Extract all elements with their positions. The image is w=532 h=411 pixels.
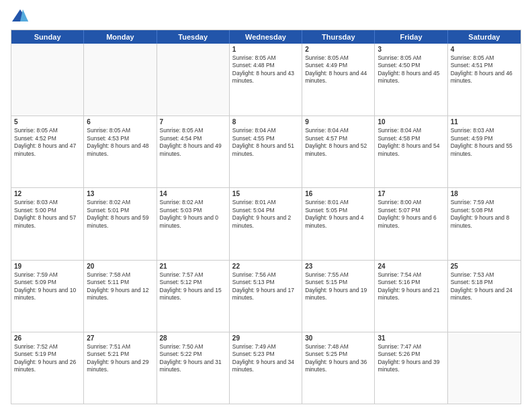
day-info: Sunrise: 8:05 AMSunset: 4:48 PMDaylight:…: [232, 54, 299, 85]
day-info: Sunrise: 8:05 AMSunset: 4:52 PMDaylight:…: [14, 127, 81, 158]
day-number: 9: [305, 118, 371, 126]
day-info: Sunrise: 7:59 AMSunset: 5:08 PMDaylight:…: [451, 199, 518, 230]
weekday-header: Thursday: [302, 30, 375, 44]
day-number: 1: [232, 46, 299, 53]
day-number: 19: [14, 263, 81, 270]
day-info: Sunrise: 7:47 AMSunset: 5:26 PMDaylight:…: [378, 343, 444, 374]
day-info: Sunrise: 7:54 AMSunset: 5:16 PMDaylight:…: [378, 271, 444, 302]
calendar-row: 12Sunrise: 8:03 AMSunset: 5:00 PMDayligh…: [11, 187, 521, 259]
calendar-cell: 20Sunrise: 7:58 AMSunset: 5:11 PMDayligh…: [84, 261, 157, 332]
day-info: Sunrise: 8:05 AMSunset: 4:51 PMDaylight:…: [451, 54, 518, 85]
weekday-header: Saturday: [448, 30, 521, 44]
day-number: 13: [87, 190, 153, 197]
day-info: Sunrise: 7:49 AMSunset: 5:23 PMDaylight:…: [232, 343, 299, 374]
day-number: 26: [14, 334, 81, 342]
day-info: Sunrise: 8:05 AMSunset: 4:49 PMDaylight:…: [305, 54, 371, 85]
day-info: Sunrise: 8:05 AMSunset: 4:50 PMDaylight:…: [378, 54, 444, 85]
calendar-cell: 5Sunrise: 8:05 AMSunset: 4:52 PMDaylight…: [11, 116, 84, 187]
calendar-body: 1Sunrise: 8:05 AMSunset: 4:48 PMDaylight…: [11, 44, 521, 404]
day-info: Sunrise: 7:57 AMSunset: 5:12 PMDaylight:…: [160, 271, 226, 302]
calendar-cell: 9Sunrise: 8:04 AMSunset: 4:57 PMDaylight…: [302, 116, 375, 187]
day-info: Sunrise: 8:01 AMSunset: 5:05 PMDaylight:…: [305, 199, 371, 230]
calendar-cell: 8Sunrise: 8:04 AMSunset: 4:55 PMDaylight…: [230, 116, 302, 187]
calendar-cell: 12Sunrise: 8:03 AMSunset: 5:00 PMDayligh…: [11, 188, 84, 259]
calendar-cell: 31Sunrise: 7:47 AMSunset: 5:26 PMDayligh…: [375, 332, 447, 404]
day-info: Sunrise: 7:58 AMSunset: 5:11 PMDaylight:…: [87, 271, 153, 302]
calendar-cell: 6Sunrise: 8:05 AMSunset: 4:53 PMDaylight…: [84, 116, 157, 187]
day-info: Sunrise: 7:50 AMSunset: 5:22 PMDaylight:…: [160, 343, 226, 374]
day-info: Sunrise: 8:03 AMSunset: 4:59 PMDaylight:…: [451, 127, 518, 158]
day-info: Sunrise: 8:01 AMSunset: 5:04 PMDaylight:…: [232, 199, 299, 230]
weekday-header: Friday: [375, 30, 447, 44]
day-number: 10: [378, 118, 444, 126]
logo: [11, 7, 32, 26]
calendar-cell: 30Sunrise: 7:48 AMSunset: 5:25 PMDayligh…: [302, 332, 375, 404]
day-number: 27: [87, 334, 153, 342]
calendar-cell: 11Sunrise: 8:03 AMSunset: 4:59 PMDayligh…: [448, 116, 521, 187]
day-number: 30: [305, 334, 371, 342]
day-info: Sunrise: 8:00 AMSunset: 5:07 PMDaylight:…: [378, 199, 444, 230]
day-number: 8: [232, 118, 299, 126]
calendar-cell: 29Sunrise: 7:49 AMSunset: 5:23 PMDayligh…: [230, 332, 302, 404]
day-number: 15: [232, 190, 299, 197]
calendar-cell: 2Sunrise: 8:05 AMSunset: 4:49 PMDaylight…: [302, 44, 375, 116]
day-number: 22: [232, 263, 299, 270]
day-number: 6: [87, 118, 153, 126]
calendar-row: 1Sunrise: 8:05 AMSunset: 4:48 PMDaylight…: [11, 44, 521, 116]
weekday-header: Sunday: [11, 30, 84, 44]
day-info: Sunrise: 8:05 AMSunset: 4:53 PMDaylight:…: [87, 127, 153, 158]
weekday-header: Tuesday: [157, 30, 230, 44]
calendar-cell: 28Sunrise: 7:50 AMSunset: 5:22 PMDayligh…: [157, 332, 230, 404]
calendar-cell: [11, 44, 84, 116]
day-number: 11: [451, 118, 518, 126]
calendar-cell: 16Sunrise: 8:01 AMSunset: 5:05 PMDayligh…: [302, 188, 375, 259]
day-number: 24: [378, 263, 444, 270]
day-info: Sunrise: 8:04 AMSunset: 4:58 PMDaylight:…: [378, 127, 444, 158]
header: [11, 7, 521, 26]
day-info: Sunrise: 7:53 AMSunset: 5:18 PMDaylight:…: [451, 271, 518, 302]
day-info: Sunrise: 7:55 AMSunset: 5:15 PMDaylight:…: [305, 271, 371, 302]
calendar-cell: 21Sunrise: 7:57 AMSunset: 5:12 PMDayligh…: [157, 261, 230, 332]
calendar-cell: 25Sunrise: 7:53 AMSunset: 5:18 PMDayligh…: [448, 261, 521, 332]
calendar-cell: 17Sunrise: 8:00 AMSunset: 5:07 PMDayligh…: [375, 188, 447, 259]
calendar-cell: 1Sunrise: 8:05 AMSunset: 4:48 PMDaylight…: [230, 44, 302, 116]
calendar-cell: [448, 332, 521, 404]
day-info: Sunrise: 8:04 AMSunset: 4:55 PMDaylight:…: [232, 127, 299, 158]
day-number: 7: [160, 118, 226, 126]
calendar-row: 26Sunrise: 7:52 AMSunset: 5:19 PMDayligh…: [11, 332, 521, 404]
calendar-cell: 7Sunrise: 8:05 AMSunset: 4:54 PMDaylight…: [157, 116, 230, 187]
day-info: Sunrise: 7:52 AMSunset: 5:19 PMDaylight:…: [14, 343, 81, 374]
page: SundayMondayTuesdayWednesdayThursdayFrid…: [0, 0, 532, 411]
day-info: Sunrise: 7:51 AMSunset: 5:21 PMDaylight:…: [87, 343, 153, 374]
day-number: 20: [87, 263, 153, 270]
day-info: Sunrise: 8:02 AMSunset: 5:01 PMDaylight:…: [87, 199, 153, 230]
day-number: 17: [378, 190, 444, 197]
calendar-cell: 22Sunrise: 7:56 AMSunset: 5:13 PMDayligh…: [230, 261, 302, 332]
day-number: 3: [378, 46, 444, 53]
day-number: 2: [305, 46, 371, 53]
day-number: 5: [14, 118, 81, 126]
day-info: Sunrise: 7:56 AMSunset: 5:13 PMDaylight:…: [232, 271, 299, 302]
day-number: 14: [160, 190, 226, 197]
calendar-cell: 13Sunrise: 8:02 AMSunset: 5:01 PMDayligh…: [84, 188, 157, 259]
calendar-cell: [157, 44, 230, 116]
day-info: Sunrise: 8:02 AMSunset: 5:03 PMDaylight:…: [160, 199, 226, 230]
day-info: Sunrise: 8:04 AMSunset: 4:57 PMDaylight:…: [305, 127, 371, 158]
calendar-cell: 19Sunrise: 7:59 AMSunset: 5:09 PMDayligh…: [11, 261, 84, 332]
day-number: 29: [232, 334, 299, 342]
calendar-cell: 18Sunrise: 7:59 AMSunset: 5:08 PMDayligh…: [448, 188, 521, 259]
calendar-cell: 23Sunrise: 7:55 AMSunset: 5:15 PMDayligh…: [302, 261, 375, 332]
calendar-cell: 4Sunrise: 8:05 AMSunset: 4:51 PMDaylight…: [448, 44, 521, 116]
calendar-cell: 10Sunrise: 8:04 AMSunset: 4:58 PMDayligh…: [375, 116, 447, 187]
calendar: SundayMondayTuesdayWednesdayThursdayFrid…: [11, 30, 521, 404]
day-number: 28: [160, 334, 226, 342]
calendar-cell: [84, 44, 157, 116]
day-number: 16: [305, 190, 371, 197]
day-number: 21: [160, 263, 226, 270]
weekday-header: Wednesday: [230, 30, 302, 44]
weekday-header: Monday: [84, 30, 157, 44]
calendar-cell: 24Sunrise: 7:54 AMSunset: 5:16 PMDayligh…: [375, 261, 447, 332]
calendar-cell: 15Sunrise: 8:01 AMSunset: 5:04 PMDayligh…: [230, 188, 302, 259]
day-info: Sunrise: 7:48 AMSunset: 5:25 PMDaylight:…: [305, 343, 371, 374]
calendar-cell: 27Sunrise: 7:51 AMSunset: 5:21 PMDayligh…: [84, 332, 157, 404]
